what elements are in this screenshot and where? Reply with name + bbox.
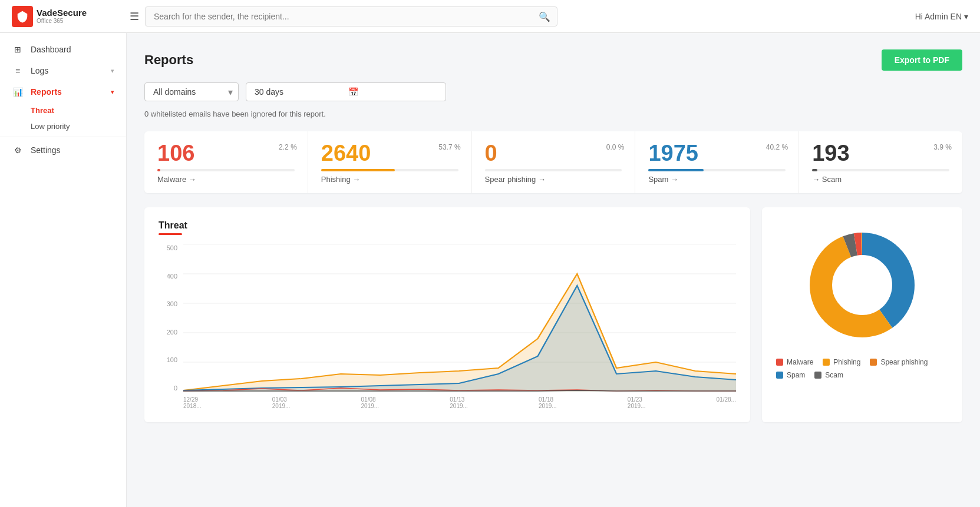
x-label-0: 12/292018... bbox=[183, 396, 202, 409]
legend-malware: Malware bbox=[776, 358, 813, 366]
stat-malware[interactable]: 106 2.2 % Malware → bbox=[144, 131, 308, 193]
menu-icon[interactable]: ☰ bbox=[130, 10, 139, 23]
legend-phishing-label: Phishing bbox=[833, 358, 860, 366]
stat-phishing-pct: 53.7 % bbox=[438, 143, 460, 151]
stat-spam-bar-fill bbox=[648, 169, 704, 171]
date-filter-label: 30 days bbox=[255, 87, 344, 97]
stat-scam-bar bbox=[812, 169, 949, 171]
stat-malware-number: 106 bbox=[157, 142, 295, 164]
settings-icon: ⚙ bbox=[12, 145, 24, 155]
donut-center bbox=[833, 256, 892, 314]
legend-scam-dot bbox=[814, 372, 821, 379]
stat-scam-label: → Scam bbox=[812, 175, 949, 184]
topbar: VadeSecure Office 365 ☰ 🔍 Hi Admin EN ▾ bbox=[0, 0, 980, 33]
x-label-5: 01/232019... bbox=[628, 396, 646, 409]
search-icon: 🔍 bbox=[539, 11, 550, 22]
sidebar-item-logs[interactable]: ≡ Logs ▾ bbox=[0, 60, 126, 81]
stat-spam-number: 1975 bbox=[648, 142, 786, 164]
y-label-400: 400 bbox=[159, 273, 177, 280]
logo-text: VadeSecure Office 365 bbox=[37, 8, 87, 25]
y-label-100: 100 bbox=[159, 356, 177, 363]
sidebar-sub-label-threat: Threat bbox=[31, 106, 54, 115]
stat-malware-bar bbox=[157, 169, 295, 171]
stat-malware-label: Malware → bbox=[157, 175, 295, 184]
chart-title: Threat bbox=[159, 220, 736, 231]
stat-spam[interactable]: 1975 40.2 % Spam → bbox=[635, 131, 799, 193]
chart-plot bbox=[183, 244, 736, 392]
dashboard-icon: ⊞ bbox=[12, 45, 24, 54]
content-header: Reports Export to PDF bbox=[144, 49, 962, 71]
sidebar-label-dashboard: Dashboard bbox=[31, 45, 71, 54]
chart-title-underline bbox=[159, 233, 182, 235]
donut-legend: Malware Phishing Spear phishing Spam bbox=[776, 358, 948, 379]
logo-area: VadeSecure Office 365 bbox=[12, 6, 130, 27]
line-chart-area: 500 400 300 200 100 0 bbox=[159, 244, 736, 409]
user-menu[interactable]: Hi Admin EN ▾ bbox=[915, 12, 968, 21]
x-label-3: 01/132019... bbox=[450, 396, 468, 409]
domain-filter-wrap: All domains ▾ bbox=[144, 82, 239, 101]
stat-scam-pct: 3.9 % bbox=[933, 143, 952, 151]
legend-spam-label: Spam bbox=[787, 371, 805, 379]
legend-spear: Spear phishing bbox=[870, 358, 928, 366]
legend-phishing: Phishing bbox=[823, 358, 860, 366]
sidebar-label-logs: Logs bbox=[31, 66, 48, 75]
stat-spam-pct: 40.2 % bbox=[766, 143, 788, 151]
logo-icon bbox=[12, 6, 33, 27]
export-pdf-button[interactable]: Export to PDF bbox=[882, 49, 962, 71]
line-chart-svg bbox=[183, 244, 736, 392]
stat-spam-label: Spam → bbox=[648, 175, 786, 184]
user-chevron-icon: ▾ bbox=[964, 12, 968, 21]
chart-x-labels: 12/292018... 01/032019... 01/082019... 0… bbox=[183, 396, 736, 409]
sidebar-sub-threat[interactable]: Threat bbox=[0, 102, 126, 118]
ignored-note: 0 whitelisted emails have been ignored f… bbox=[144, 110, 962, 118]
legend-spam: Spam bbox=[776, 371, 805, 379]
stat-scam[interactable]: 193 3.9 % → Scam bbox=[799, 131, 962, 193]
sidebar-label-settings: Settings bbox=[31, 145, 61, 155]
stat-spam-bar bbox=[648, 169, 786, 171]
domain-filter[interactable]: All domains bbox=[144, 82, 239, 101]
sidebar-sub-low-priority[interactable]: Low priority bbox=[0, 118, 126, 134]
sidebar-item-dashboard[interactable]: ⊞ Dashboard bbox=[0, 39, 126, 60]
reports-chevron-icon: ▾ bbox=[111, 88, 114, 96]
main-layout: ⊞ Dashboard ≡ Logs ▾ 📊 Reports ▾ Threat … bbox=[0, 33, 980, 507]
sidebar: ⊞ Dashboard ≡ Logs ▾ 📊 Reports ▾ Threat … bbox=[0, 33, 127, 507]
legend-spear-dot bbox=[870, 359, 877, 366]
sidebar-item-reports[interactable]: 📊 Reports ▾ bbox=[0, 81, 126, 102]
stat-phishing-number: 2640 bbox=[321, 142, 458, 164]
stat-phishing[interactable]: 2640 53.7 % Phishing → bbox=[308, 131, 472, 193]
stats-row: 106 2.2 % Malware → 2640 53.7 % Phishing… bbox=[144, 131, 962, 193]
x-label-4: 01/182019... bbox=[539, 396, 557, 409]
legend-spear-label: Spear phishing bbox=[880, 358, 928, 366]
content-area: Reports Export to PDF All domains ▾ 30 d… bbox=[127, 33, 980, 507]
legend-scam-label: Scam bbox=[825, 371, 843, 379]
legend-scam: Scam bbox=[814, 371, 843, 379]
stat-spear[interactable]: 0 0.0 % Spear phishing → bbox=[472, 131, 636, 193]
logs-chevron-icon: ▾ bbox=[111, 67, 114, 75]
x-label-2: 01/082019... bbox=[361, 396, 380, 409]
charts-section: Threat 500 400 300 200 100 0 bbox=[144, 207, 962, 422]
stat-scam-number: 193 bbox=[812, 142, 949, 164]
line-chart-container: Threat 500 400 300 200 100 0 bbox=[144, 207, 750, 422]
legend-spam-dot bbox=[776, 372, 783, 379]
calendar-icon: 📅 bbox=[348, 87, 437, 97]
stat-phishing-label: Phishing → bbox=[321, 175, 458, 184]
sidebar-label-reports: Reports bbox=[31, 87, 62, 97]
y-label-300: 300 bbox=[159, 300, 177, 307]
stat-phishing-bar-fill bbox=[321, 169, 395, 171]
y-label-200: 200 bbox=[159, 329, 177, 336]
donut-svg bbox=[803, 226, 921, 344]
stat-spear-bar bbox=[485, 169, 622, 171]
stat-spear-number: 0 bbox=[485, 142, 622, 164]
date-filter[interactable]: 30 days 📅 bbox=[246, 82, 446, 101]
sidebar-sub-label-low-priority: Low priority bbox=[31, 122, 70, 131]
donut-chart-container: Malware Phishing Spear phishing Spam bbox=[762, 207, 962, 422]
stat-scam-bar-fill bbox=[812, 169, 817, 171]
legend-phishing-dot bbox=[823, 359, 830, 366]
y-label-0: 0 bbox=[159, 385, 177, 392]
stat-spear-label: Spear phishing → bbox=[485, 175, 622, 184]
logs-icon: ≡ bbox=[12, 66, 24, 75]
sidebar-divider bbox=[0, 137, 126, 137]
logo-sub: Office 365 bbox=[37, 18, 87, 24]
search-input[interactable] bbox=[145, 6, 557, 26]
sidebar-item-settings[interactable]: ⚙ Settings bbox=[0, 140, 126, 161]
